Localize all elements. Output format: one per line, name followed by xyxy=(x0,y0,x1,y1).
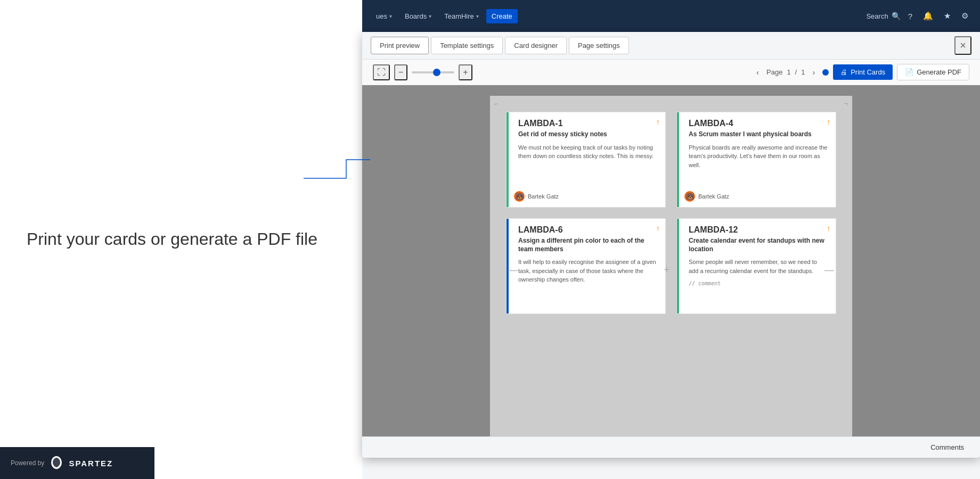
tab-template-settings[interactable]: Template settings xyxy=(431,37,503,54)
spartez-logo: Powered by SPARTEZ xyxy=(11,455,113,471)
spartez-helmet-icon xyxy=(48,455,64,471)
card-1-assignee: 🐻 Bartek Gatz xyxy=(514,191,559,202)
nav-right: Search 🔍 ? 🔔 ★ ⚙ xyxy=(866,9,971,23)
card-4-body: Some people will never remember, so we n… xyxy=(689,258,828,275)
tab-print-preview[interactable]: Print preview xyxy=(371,37,429,54)
card-left-bar-1 xyxy=(507,112,509,207)
tab-card-designer[interactable]: Card designer xyxy=(505,37,567,54)
card-left-bar-4 xyxy=(677,219,679,313)
card-4-comment: // comment xyxy=(689,280,828,286)
printer-icon: 🖨 xyxy=(840,68,847,76)
nav-create-label: Create xyxy=(492,12,512,20)
card-lambda-1: LAMBDA-1 Get rid of messy sticky notes W… xyxy=(506,112,666,208)
print-modal: Print preview Template settings Card des… xyxy=(362,32,980,458)
nav-teamhire-chevron: ▾ xyxy=(476,13,479,19)
card-3-title: Assign a different pin color to each of … xyxy=(518,237,658,253)
nav-search-label: Search xyxy=(866,12,888,20)
card-1-id: LAMBDA-1 xyxy=(518,119,658,128)
page-separator: / xyxy=(795,68,797,76)
hero-text: Print your cards or generate a PDF file xyxy=(27,228,317,251)
print-cards-button[interactable]: 🖨 Print Cards xyxy=(833,64,893,80)
star-icon[interactable]: ★ xyxy=(941,9,954,23)
card-1-priority: ↑ xyxy=(656,118,660,126)
nav-item-create[interactable]: Create xyxy=(486,9,518,23)
nav-ues-chevron: ▾ xyxy=(389,13,392,19)
card-2-avatar: 🐻 xyxy=(684,191,695,202)
brand-label: SPARTEZ xyxy=(69,459,113,468)
page-next-button[interactable]: › xyxy=(809,67,818,78)
page-label: Page xyxy=(766,68,782,76)
nav-item-ues[interactable]: ues ▾ xyxy=(371,9,397,23)
zoom-thumb xyxy=(433,69,440,76)
nav-boards-label: Boards xyxy=(405,12,427,20)
corner-mark-tr: ¬ xyxy=(844,100,848,108)
card-lambda-4: LAMBDA-4 As Scrum master I want physical… xyxy=(676,112,836,208)
print-cards-label: Print Cards xyxy=(851,68,885,76)
page-current: 1 xyxy=(787,68,790,76)
card-1-avatar: 🐻 xyxy=(514,191,525,202)
nav-teamhire-label: TeamHire xyxy=(444,12,474,20)
card-3-body: It will help to easily recognise the ass… xyxy=(518,258,658,284)
page-prev-button[interactable]: ‹ xyxy=(753,67,762,78)
tab-page-settings[interactable]: Page settings xyxy=(569,37,629,54)
card-lambda-6: LAMBDA-6 Assign a different pin color to… xyxy=(506,218,666,314)
card-4-id: LAMBDA-12 xyxy=(689,225,828,235)
card-lambda-12: LAMBDA-12 Create calendar event for stan… xyxy=(676,218,836,314)
settings-icon[interactable]: ⚙ xyxy=(958,9,971,23)
card-2-title: As Scrum master I want physical boards xyxy=(689,130,828,139)
nav-search[interactable]: Search 🔍 xyxy=(866,12,900,20)
generate-pdf-label: Generate PDF xyxy=(917,68,961,76)
cards-grid: LAMBDA-1 Get rid of messy sticky notes W… xyxy=(506,112,836,314)
card-3-id: LAMBDA-6 xyxy=(518,225,658,235)
page-info: ‹ Page 1 / 1 › xyxy=(753,67,818,78)
crosshair-right: — xyxy=(824,265,834,276)
card-1-assignee-name: Bartek Gatz xyxy=(528,193,559,200)
card-2-priority: ↑ xyxy=(827,118,830,126)
crosshair-center: + xyxy=(664,265,669,276)
nav-ues-label: ues xyxy=(376,12,387,20)
zoom-expand-button[interactable]: ⛶ xyxy=(373,64,390,80)
card-4-title: Create calendar event for standups with … xyxy=(689,237,828,253)
nav-item-boards[interactable]: Boards ▾ xyxy=(399,9,437,23)
card-2-body: Physical boards are really awesome and i… xyxy=(689,143,828,170)
search-icon: 🔍 xyxy=(892,12,901,20)
modal-toolbar: ⛶ − + ‹ Page 1 / 1 › 🖨 Print Cards 📄 xyxy=(362,60,980,85)
dot-indicator xyxy=(822,69,829,76)
card-2-id: LAMBDA-4 xyxy=(689,119,828,128)
card-1-body: We must not be keeping track of our task… xyxy=(518,143,658,161)
card-4-priority: ↑ xyxy=(827,224,830,233)
card-3-priority: ↑ xyxy=(656,224,660,233)
print-page: ⌐ ¬ LAMBDA-1 Get rid of messy sticky not… xyxy=(490,96,852,447)
card-1-title: Get rid of messy sticky notes xyxy=(518,130,658,139)
print-preview-area[interactable]: ⌐ ¬ LAMBDA-1 Get rid of messy sticky not… xyxy=(362,85,980,458)
pdf-icon: 📄 xyxy=(905,68,913,76)
zoom-slider[interactable] xyxy=(412,71,454,73)
card-2-assignee-name: Bartek Gatz xyxy=(698,193,729,200)
modal-close-button[interactable]: × xyxy=(954,36,971,55)
page-total: 1 xyxy=(801,68,805,76)
help-icon[interactable]: ? xyxy=(905,10,916,23)
nav-item-teamhire[interactable]: TeamHire ▾ xyxy=(439,9,484,23)
card-left-bar-2 xyxy=(677,112,679,207)
crosshair-left: — xyxy=(508,265,518,276)
right-panel: ues ▾ Boards ▾ TeamHire ▾ Create Search … xyxy=(362,0,980,479)
corner-mark-tl: ⌐ xyxy=(494,100,498,108)
nav-bar: ues ▾ Boards ▾ TeamHire ▾ Create Search … xyxy=(362,0,980,32)
status-bar: Comments xyxy=(362,436,980,458)
zoom-plus-button[interactable]: + xyxy=(459,64,472,80)
card-2-assignee: 🐻 Bartek Gatz xyxy=(684,191,729,202)
powered-by-label: Powered by xyxy=(11,459,44,467)
generate-pdf-button[interactable]: 📄 Generate PDF xyxy=(897,64,969,80)
zoom-minus-button[interactable]: − xyxy=(394,64,407,80)
comments-button[interactable]: Comments xyxy=(925,441,969,453)
notifications-icon[interactable]: 🔔 xyxy=(920,9,936,23)
left-panel: Print your cards or generate a PDF file … xyxy=(0,0,362,479)
nav-boards-chevron: ▾ xyxy=(429,13,431,19)
footer-bar: Powered by SPARTEZ xyxy=(0,447,154,479)
